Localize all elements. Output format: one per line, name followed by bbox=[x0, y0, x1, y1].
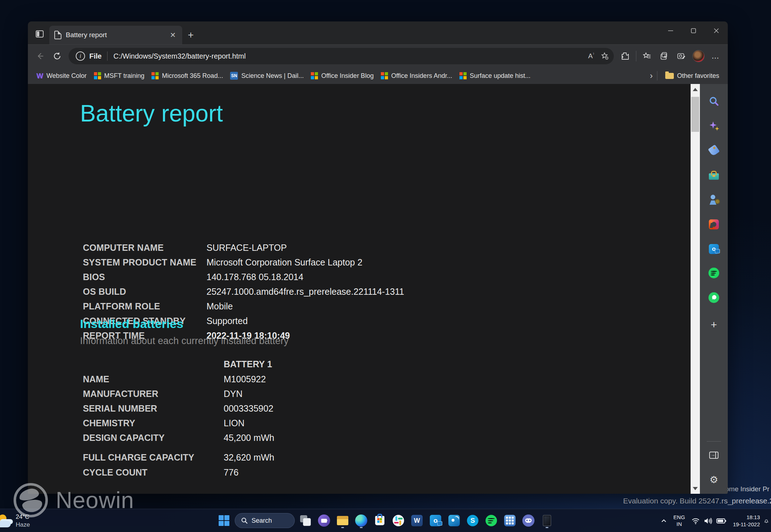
sidebar-settings-icon[interactable]: ⚙ bbox=[708, 473, 720, 486]
info-row: COMPUTER NAME SURFACE-LAPTOP bbox=[83, 243, 287, 253]
info-value: SURFACE-LAPTOP bbox=[207, 243, 287, 253]
microsoft-logo-icon bbox=[311, 72, 318, 79]
battery-row: DESIGN CAPACITY 45,200 mWh bbox=[83, 433, 274, 443]
microsoft-logo-icon bbox=[151, 72, 159, 79]
sidebar-search-icon[interactable] bbox=[708, 95, 720, 108]
discord-icon[interactable] bbox=[521, 513, 536, 528]
add-favorite-icon[interactable] bbox=[598, 49, 612, 63]
battery-row: FULL CHARGE CAPACITY 32,620 mWh bbox=[83, 452, 274, 463]
microsoft-logo-icon bbox=[94, 72, 101, 79]
close-button[interactable] bbox=[705, 21, 728, 40]
site-info-icon[interactable]: i bbox=[76, 51, 85, 61]
scrollbar-thumb[interactable] bbox=[691, 97, 699, 132]
address-bar[interactable]: i File C:/Windows/System32/battery-repor… bbox=[69, 48, 614, 64]
bookmark-office-insiders-android[interactable]: Office Insiders Andr... bbox=[377, 70, 456, 82]
sidebar-spotify-icon[interactable] bbox=[708, 267, 720, 279]
sidebar-shopping-icon[interactable] bbox=[708, 144, 720, 156]
installed-batteries-heading: Installed batteries bbox=[80, 317, 183, 331]
battery-row: CYCLE COUNT 776 bbox=[83, 467, 239, 478]
battery-value: 32,620 mWh bbox=[224, 452, 274, 463]
toolbar-divider bbox=[636, 51, 636, 61]
avatar bbox=[692, 50, 705, 62]
sidebar-autohide-icon[interactable] bbox=[708, 449, 720, 461]
scrollbar-down-arrow[interactable] bbox=[691, 483, 700, 494]
tab-close-icon[interactable]: ✕ bbox=[168, 30, 178, 40]
battery-report-page: Battery report COMPUTER NAME SURFACE-LAP… bbox=[28, 84, 691, 494]
info-label: OS BUILD bbox=[83, 287, 207, 297]
tab-actions-button[interactable] bbox=[33, 27, 46, 41]
other-favorites-label: Other favorites bbox=[677, 72, 719, 80]
profile-avatar[interactable] bbox=[691, 49, 706, 63]
volume-icon bbox=[703, 517, 713, 525]
minimize-button[interactable] bbox=[659, 21, 682, 40]
new-tab-button[interactable]: + bbox=[184, 29, 197, 41]
refresh-button[interactable] bbox=[50, 49, 64, 63]
bookmark-msft-training[interactable]: MSFT training bbox=[90, 70, 148, 82]
desktop-watermark-line1: ome Insider Pr bbox=[725, 485, 770, 493]
sidebar-outlook-icon[interactable]: o bbox=[708, 243, 720, 255]
battery-value: 45,200 mWh bbox=[224, 433, 274, 443]
website-color-logo-icon: W bbox=[36, 72, 43, 80]
info-label: BIOS bbox=[83, 272, 207, 282]
extensions-icon[interactable] bbox=[618, 49, 632, 63]
notification-bell-icon[interactable] bbox=[764, 513, 769, 529]
spotify-icon[interactable] bbox=[483, 513, 499, 528]
web-capture-icon[interactable] bbox=[674, 49, 688, 63]
sidebar-customize-add-icon[interactable]: + bbox=[708, 319, 720, 331]
quick-settings[interactable] bbox=[689, 513, 729, 529]
microsoft-logo-icon bbox=[459, 72, 467, 79]
edge-icon[interactable] bbox=[353, 513, 369, 528]
bookmark-label: MSFT training bbox=[104, 72, 145, 80]
bookmark-office-insider-blog[interactable]: Office Insider Blog bbox=[307, 70, 377, 82]
task-view-button[interactable] bbox=[298, 513, 313, 528]
word-icon[interactable]: W bbox=[409, 513, 425, 528]
bookmarks-overflow-chevron[interactable]: › bbox=[650, 71, 653, 81]
window-controls bbox=[659, 21, 728, 40]
workspaces-icon bbox=[36, 30, 44, 38]
bookmark-website-color[interactable]: W Website Color bbox=[33, 70, 90, 82]
language-indicator[interactable]: ENG IN bbox=[671, 513, 688, 529]
clock-widget[interactable]: 18:13 19-11-2022 bbox=[730, 513, 762, 529]
battery-row: SERIAL NUMBER 0003335902 bbox=[83, 403, 273, 414]
sidebar-tools-icon[interactable] bbox=[708, 169, 720, 181]
tray-overflow-chevron[interactable] bbox=[658, 513, 670, 529]
bookmark-m365-roadmap[interactable]: Microsoft 365 Road... bbox=[148, 70, 227, 82]
bookmark-label: Microsoft 365 Road... bbox=[162, 72, 223, 80]
sidebar-games-icon[interactable] bbox=[708, 194, 720, 206]
search-label: Search bbox=[252, 517, 272, 524]
settings-menu-icon[interactable]: … bbox=[708, 49, 723, 63]
slack-icon[interactable] bbox=[391, 513, 406, 528]
chat-icon[interactable] bbox=[316, 513, 332, 528]
back-button[interactable] bbox=[33, 49, 47, 63]
tray-time: 18:13 bbox=[746, 514, 760, 520]
edge-sidebar: o + ⚙ bbox=[700, 84, 728, 494]
url-text[interactable]: C:/Windows/System32/battery-report.html bbox=[113, 52, 585, 60]
maximize-button[interactable] bbox=[682, 21, 705, 40]
sidebar-office-icon[interactable] bbox=[708, 218, 720, 230]
outlook-icon[interactable]: o bbox=[428, 513, 443, 528]
microsoft-store-icon[interactable] bbox=[372, 513, 388, 528]
collections-icon[interactable] bbox=[657, 49, 671, 63]
taskbar-search[interactable]: Search bbox=[235, 513, 295, 528]
file-explorer-icon[interactable] bbox=[335, 513, 350, 528]
skype-icon[interactable]: S bbox=[465, 513, 481, 528]
sidebar-discover-icon[interactable] bbox=[708, 120, 720, 132]
other-favorites-folder[interactable]: Other favorites bbox=[662, 70, 723, 82]
page-scrollbar[interactable] bbox=[691, 84, 700, 494]
sidebar-whatsapp-icon[interactable] bbox=[708, 292, 720, 304]
bookmark-surface-update-history[interactable]: Surface update hist... bbox=[456, 70, 534, 82]
battery-label: CHEMISTRY bbox=[83, 418, 224, 428]
read-aloud-icon[interactable]: A⁾ bbox=[585, 49, 598, 63]
info-value: Microsoft Corporation Surface Laptop 2 bbox=[207, 257, 362, 268]
bookmark-science-news[interactable]: SN Science News | Dail... bbox=[227, 70, 307, 82]
weather-condition: Haze bbox=[16, 521, 30, 528]
favorites-icon[interactable] bbox=[640, 49, 654, 63]
bookmarks-bar: W Website Color MSFT training Microsoft … bbox=[28, 68, 728, 84]
calculator-icon[interactable] bbox=[502, 513, 518, 528]
phone-link-icon[interactable] bbox=[539, 513, 555, 528]
battery-label: SERIAL NUMBER bbox=[83, 403, 224, 414]
media-player-icon[interactable] bbox=[446, 513, 462, 528]
scrollbar-up-arrow[interactable] bbox=[691, 84, 700, 95]
start-button[interactable] bbox=[216, 513, 232, 528]
tab-battery-report[interactable]: Battery report ✕ bbox=[49, 26, 182, 44]
